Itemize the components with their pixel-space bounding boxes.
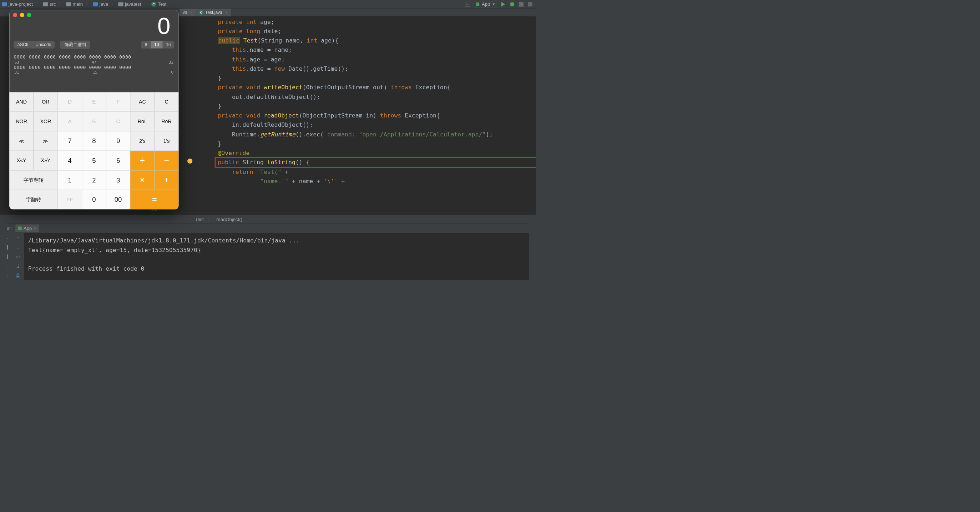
context-breadcrumb: Test 〉 readObject() xyxy=(0,215,536,223)
run-side-toolbar-right: ↑ ↓ ↩ ⤓ 🖶 🗑 xyxy=(12,233,24,280)
calc-key-ac[interactable]: AC xyxy=(130,92,154,112)
breadcrumb-item[interactable]: src xyxy=(43,2,56,7)
calc-key-x-y[interactable]: X«Y xyxy=(9,151,33,170)
intention-bulb-icon[interactable] xyxy=(187,158,192,164)
calc-key-d[interactable]: D xyxy=(58,92,82,112)
base-segment: 8 10 16 xyxy=(141,41,175,49)
stop-button[interactable] xyxy=(527,2,533,7)
calculator-top: 0 ASCII Unicode 隐藏二进制 8 10 16 0000 0000 … xyxy=(9,10,178,92)
calc-key-1-s[interactable]: 1's xyxy=(154,131,179,151)
breadcrumb-item[interactable]: javatest xyxy=(118,2,141,7)
calc-key--[interactable]: × xyxy=(130,170,154,190)
calc-key-2-s[interactable]: 2's xyxy=(130,131,154,151)
mode-ascii[interactable]: ASCII xyxy=(14,41,32,49)
base-16[interactable]: 16 xyxy=(162,41,174,49)
down-arrow-icon[interactable]: ↓ xyxy=(15,244,21,250)
calc-key--[interactable]: 字翻转 xyxy=(9,190,57,210)
encoding-segment: ASCII Unicode xyxy=(14,41,55,49)
calc-key-6[interactable]: 6 xyxy=(106,151,130,170)
close-icon[interactable]: × xyxy=(190,10,192,14)
wrap-icon[interactable]: ↩ xyxy=(15,254,21,260)
calc-key-5[interactable]: 5 xyxy=(82,151,106,170)
calc-key--[interactable]: 字节翻转 xyxy=(9,170,57,190)
hide-binary-button[interactable]: 隐藏二进制 xyxy=(60,41,90,49)
calc-key-4[interactable]: 4 xyxy=(58,151,82,170)
coverage-button[interactable] xyxy=(519,2,524,7)
calc-key-1[interactable]: 1 xyxy=(58,170,82,190)
calculator-display: 0 xyxy=(14,13,174,38)
console-output[interactable]: /Library/Java/JavaVirtualMachines/jdk1.8… xyxy=(24,233,536,280)
context-class[interactable]: Test xyxy=(195,216,204,222)
run-config-selector[interactable]: App xyxy=(474,1,497,8)
calc-key-rol[interactable]: RoL xyxy=(130,112,154,131)
editor-tab[interactable]: CTest.java× xyxy=(196,9,231,16)
breadcrumb-item[interactable]: java-project xyxy=(2,2,32,7)
binary-icon[interactable]: 01 xyxy=(465,2,470,7)
mode-unicode[interactable]: Unicode xyxy=(32,41,55,49)
bits-row-bot: 0000 0000 0000 0000 0000 0000 0000 0000 xyxy=(14,64,174,70)
up-arrow-icon[interactable]: ↑ xyxy=(15,235,21,241)
bits-row-top: 0000 0000 0000 0000 0000 0000 0000 0000 xyxy=(14,54,174,60)
base-8[interactable]: 8 xyxy=(141,41,151,49)
run-button[interactable] xyxy=(500,2,506,7)
window-fullscreen-button[interactable] xyxy=(27,13,31,17)
calc-key-a[interactable]: A xyxy=(58,112,82,131)
context-method[interactable]: readObject() xyxy=(216,216,242,222)
folder-icon xyxy=(2,2,7,6)
console-line: Test{name='empty_xl', age=15, date=15325… xyxy=(28,245,532,255)
close-icon[interactable]: × xyxy=(226,10,228,14)
calc-key--[interactable]: ÷ xyxy=(130,151,154,170)
print-icon[interactable]: 🖶 xyxy=(15,273,21,278)
chevron-right-icon: 〉 xyxy=(59,1,63,8)
breadcrumb-item[interactable]: main xyxy=(66,2,83,7)
breadcrumbs: java-project〉 src〉 main〉 java〉 javatest〉… xyxy=(2,1,166,8)
window-traffic-lights xyxy=(13,13,31,17)
calculator-window[interactable]: 0 ASCII Unicode 隐藏二进制 8 10 16 0000 0000 … xyxy=(9,10,178,209)
calc-key-c[interactable]: C xyxy=(154,92,179,112)
calc-key-8[interactable]: 8 xyxy=(82,131,106,151)
calc-key-x-y[interactable]: X»Y xyxy=(33,151,58,170)
editor-tab[interactable]: va× xyxy=(180,9,196,16)
window-minimize-button[interactable] xyxy=(20,13,24,17)
run-panel-body: ▶ ⎋ ✕ ↑ ↓ ↩ ⤓ 🖶 🗑 /Library/Java/JavaVirt… xyxy=(0,233,536,280)
calc-key-ror[interactable]: RoR xyxy=(154,112,179,131)
app-config-icon xyxy=(476,3,480,6)
calc-key-2[interactable]: 2 xyxy=(82,170,106,190)
calc-key-e[interactable]: E xyxy=(82,92,106,112)
calc-key-c[interactable]: C xyxy=(106,112,130,131)
calc-key--[interactable]: − xyxy=(154,151,179,170)
debug-button[interactable] xyxy=(509,2,515,7)
base-10[interactable]: 10 xyxy=(151,41,162,49)
class-icon: C xyxy=(199,10,204,14)
folder-icon xyxy=(43,2,48,6)
window-close-button[interactable] xyxy=(13,13,17,17)
run-config-name: App xyxy=(482,2,490,7)
calc-key-9[interactable]: 9 xyxy=(106,131,130,151)
calc-key--[interactable]: + xyxy=(154,170,179,190)
chevron-right-icon: 〉 xyxy=(36,1,40,8)
calc-key-f[interactable]: F xyxy=(106,92,130,112)
calc-key--[interactable]: ≫ xyxy=(33,131,58,151)
chevron-right-icon: 〉 xyxy=(86,1,90,8)
console-line xyxy=(28,255,532,264)
calc-key-b[interactable]: B xyxy=(82,112,106,131)
run-panel-tab[interactable]: App × xyxy=(15,224,39,232)
calc-key-xor[interactable]: XOR xyxy=(33,112,58,131)
calc-key--[interactable]: = xyxy=(130,190,178,210)
calc-key-7[interactable]: 7 xyxy=(58,131,82,151)
folder-icon xyxy=(118,2,123,6)
close-icon[interactable]: × xyxy=(34,226,37,231)
calc-key-3[interactable]: 3 xyxy=(106,170,130,190)
hatch-icon xyxy=(519,2,523,6)
breadcrumb-item[interactable]: java xyxy=(93,2,108,7)
calc-key-and[interactable]: AND xyxy=(9,92,33,112)
chevron-down-icon xyxy=(493,3,495,5)
calc-key-00[interactable]: 00 xyxy=(106,190,130,210)
calc-key-or[interactable]: OR xyxy=(33,92,58,112)
scroll-to-end-icon[interactable]: ⤓ xyxy=(15,263,21,269)
calc-key-nor[interactable]: NOR xyxy=(9,112,33,131)
calc-key-0[interactable]: 0 xyxy=(82,190,106,210)
breadcrumb-item[interactable]: CTest xyxy=(151,2,167,7)
calc-key--[interactable]: ≪ xyxy=(9,131,33,151)
calc-key-ff[interactable]: FF xyxy=(58,190,82,210)
